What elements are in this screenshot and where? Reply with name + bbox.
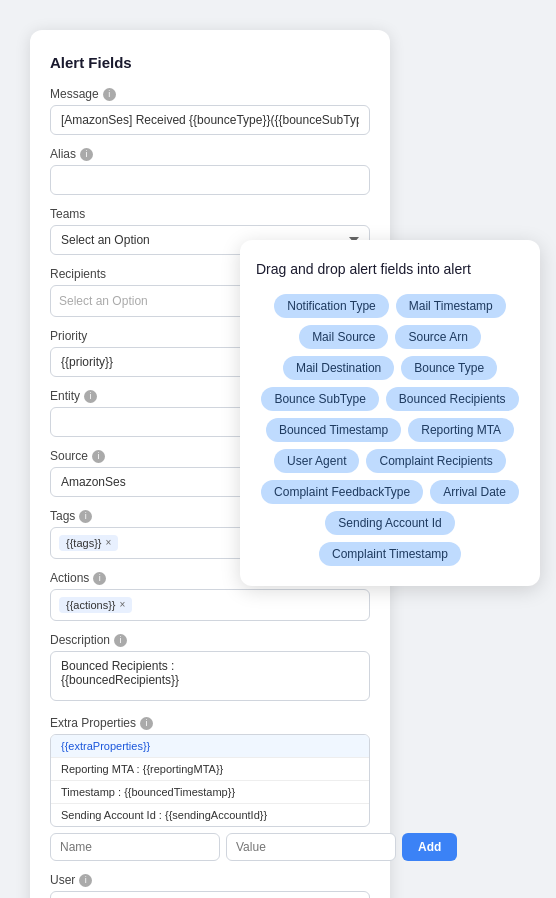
dnd-tag[interactable]: Arrival Date — [430, 480, 519, 504]
dnd-panel: Drag and drop alert fields into alert No… — [240, 240, 540, 586]
extra-props-info-icon: i — [140, 717, 153, 730]
tag-item: {{tags}} × — [59, 535, 118, 551]
dnd-title: Drag and drop alert fields into alert — [256, 260, 524, 280]
dnd-tag[interactable]: Complaint Timestamp — [319, 542, 461, 566]
alias-info-icon: i — [80, 148, 93, 161]
extra-props-container: {{extraProperties}} Reporting MTA : {{re… — [50, 734, 370, 827]
extra-prop-name-input[interactable] — [50, 833, 220, 861]
tag-close-icon[interactable]: × — [106, 538, 112, 548]
alias-label: Alias i — [50, 147, 370, 161]
extra-props-group: Extra Properties i {{extraProperties}} R… — [50, 716, 370, 861]
add-extra-prop-row: Add — [50, 833, 370, 861]
dnd-tag[interactable]: User Agent — [274, 449, 359, 473]
extra-props-label: Extra Properties i — [50, 716, 370, 730]
user-group: User i — [50, 873, 370, 898]
extra-prop-value-input[interactable] — [226, 833, 396, 861]
dnd-tag[interactable]: Bounce Type — [401, 356, 497, 380]
actions-container[interactable]: {{actions}} × — [50, 589, 370, 621]
dnd-tag[interactable]: Bounced Recipients — [386, 387, 519, 411]
user-label: User i — [50, 873, 370, 887]
user-info-icon: i — [79, 874, 92, 887]
extra-prop-row-1: Reporting MTA : {{reportingMTA}} — [51, 758, 369, 781]
dnd-tag[interactable]: Source Arn — [395, 325, 480, 349]
description-textarea[interactable] — [50, 651, 370, 701]
tags-info-icon: i — [79, 510, 92, 523]
dnd-tag[interactable]: Reporting MTA — [408, 418, 514, 442]
dnd-tag[interactable]: Complaint Recipients — [366, 449, 505, 473]
actions-info-icon: i — [93, 572, 106, 585]
dnd-tag[interactable]: Bounced Timestamp — [266, 418, 401, 442]
dnd-tag[interactable]: Sending Account Id — [325, 511, 454, 535]
alias-input[interactable] — [50, 165, 370, 195]
action-item: {{actions}} × — [59, 597, 132, 613]
description-group: Description i — [50, 633, 370, 704]
dnd-tag[interactable]: Bounce SubType — [261, 387, 378, 411]
message-info-icon: i — [103, 88, 116, 101]
extra-prop-row-3: Sending Account Id : {{sendingAccountId}… — [51, 804, 369, 826]
dnd-tag[interactable]: Mail Timestamp — [396, 294, 506, 318]
extra-prop-row-2: Timestamp : {{bouncedTimestamp}} — [51, 781, 369, 804]
user-input[interactable] — [50, 891, 370, 898]
alias-group: Alias i — [50, 147, 370, 195]
add-extra-prop-button[interactable]: Add — [402, 833, 457, 861]
dnd-tag[interactable]: Complaint FeedbackType — [261, 480, 423, 504]
card-title: Alert Fields — [50, 54, 370, 71]
source-info-icon: i — [92, 450, 105, 463]
dnd-tag[interactable]: Mail Destination — [283, 356, 394, 380]
action-close-icon[interactable]: × — [120, 600, 126, 610]
description-label: Description i — [50, 633, 370, 647]
description-info-icon: i — [114, 634, 127, 647]
dnd-tags-container: Notification TypeMail TimestampMail Sour… — [256, 294, 524, 566]
message-input[interactable] — [50, 105, 370, 135]
recipients-placeholder: Select an Option — [59, 294, 148, 308]
teams-label: Teams — [50, 207, 370, 221]
message-label: Message i — [50, 87, 370, 101]
dnd-tag[interactable]: Notification Type — [274, 294, 389, 318]
dnd-tag[interactable]: Mail Source — [299, 325, 388, 349]
extra-prop-row-0: {{extraProperties}} — [51, 735, 369, 758]
entity-info-icon: i — [84, 390, 97, 403]
message-group: Message i — [50, 87, 370, 135]
